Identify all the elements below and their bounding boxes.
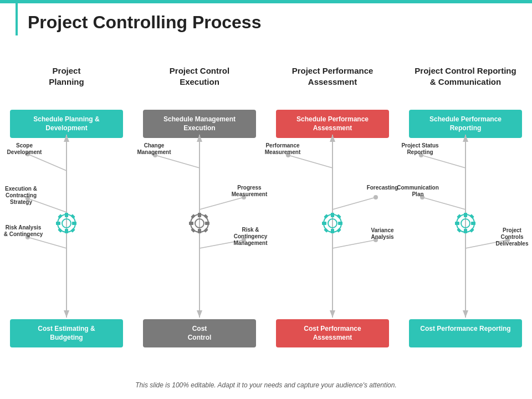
svg-text:Communication: Communication	[397, 185, 439, 191]
page-title: Project Controlling Process	[28, 12, 261, 33]
svg-rect-75	[469, 228, 474, 232]
svg-rect-25	[58, 228, 62, 232]
svg-point-47	[374, 195, 378, 200]
svg-text:Execution &: Execution &	[5, 186, 37, 192]
svg-text:Progress: Progress	[237, 185, 262, 191]
svg-rect-26	[70, 214, 75, 218]
svg-line-44	[288, 155, 332, 168]
bottom-box-4: Cost Performance Reporting	[409, 319, 522, 347]
svg-rect-72	[457, 214, 461, 218]
svg-marker-6	[330, 135, 335, 142]
svg-line-12	[28, 154, 66, 171]
svg-rect-42	[203, 214, 208, 218]
svg-rect-27	[70, 228, 75, 232]
svg-line-28	[155, 155, 200, 168]
svg-line-48	[332, 240, 376, 248]
svg-rect-53	[331, 229, 334, 233]
svg-rect-39	[205, 222, 209, 225]
svg-rect-43	[203, 228, 208, 232]
svg-text:Contracting: Contracting	[6, 192, 37, 198]
svg-text:Variance: Variance	[371, 227, 394, 233]
svg-text:Development: Development	[7, 149, 42, 155]
left-accent-line	[16, 3, 18, 35]
svg-line-30	[200, 197, 244, 209]
svg-line-60	[421, 155, 466, 168]
svg-text:Measurement: Measurement	[232, 191, 268, 197]
svg-text:& Contingency: & Contingency	[4, 231, 43, 237]
bottom-boxes: Cost Estimating &Budgeting CostControl C…	[0, 319, 532, 347]
svg-marker-8	[64, 310, 69, 318]
svg-line-14	[28, 198, 66, 212]
svg-marker-4	[64, 135, 69, 142]
col-header-1: ProjectPlanning	[0, 65, 133, 87]
svg-text:Deliverables: Deliverables	[496, 241, 529, 247]
svg-text:Forecasting: Forecasting	[367, 185, 398, 191]
svg-rect-56	[324, 214, 328, 218]
svg-marker-7	[463, 135, 468, 142]
svg-rect-74	[469, 214, 474, 218]
svg-line-62	[422, 197, 466, 209]
svg-rect-54	[322, 222, 326, 225]
svg-rect-38	[189, 222, 193, 225]
svg-rect-22	[56, 222, 60, 225]
svg-text:Strategy: Strategy	[10, 199, 32, 205]
svg-text:Measurement: Measurement	[265, 149, 301, 155]
svg-text:Plan: Plan	[412, 191, 423, 197]
svg-rect-36	[198, 213, 201, 217]
svg-text:Change: Change	[144, 142, 165, 149]
svg-rect-71	[471, 222, 475, 225]
svg-rect-58	[336, 214, 341, 218]
fishbone-diagram: Scope Development Execution & Contractin…	[0, 132, 532, 320]
svg-marker-10	[330, 310, 335, 318]
svg-marker-9	[197, 310, 202, 318]
svg-rect-40	[191, 214, 195, 218]
svg-rect-21	[65, 229, 68, 233]
svg-line-16	[28, 237, 66, 248]
svg-rect-52	[331, 213, 334, 217]
footer-text: This slide is 100% editable. Adapt it to…	[0, 381, 532, 389]
svg-marker-11	[463, 310, 468, 318]
svg-text:Reporting: Reporting	[407, 149, 433, 155]
svg-marker-5	[197, 135, 202, 142]
svg-text:Performance: Performance	[265, 142, 300, 149]
svg-text:Risk Analysis: Risk Analysis	[6, 224, 42, 231]
svg-text:Scope: Scope	[16, 142, 33, 149]
svg-rect-37	[198, 229, 201, 233]
top-accent-line	[0, 0, 532, 3]
svg-text:Controls: Controls	[500, 234, 524, 240]
svg-rect-57	[324, 228, 328, 232]
svg-rect-55	[338, 222, 342, 225]
svg-text:Project: Project	[503, 227, 522, 233]
svg-rect-20	[65, 213, 68, 217]
svg-text:Contingency: Contingency	[234, 233, 268, 239]
svg-rect-68	[464, 213, 467, 217]
svg-rect-24	[58, 214, 62, 218]
col-header-2: Project ControlExecution	[133, 65, 266, 87]
svg-rect-41	[191, 228, 195, 232]
slide: Project Controlling Process ProjectPlann…	[0, 0, 532, 399]
bottom-box-1: Cost Estimating &Budgeting	[10, 319, 123, 347]
svg-text:Project Status: Project Status	[401, 142, 439, 149]
svg-rect-59	[336, 228, 341, 232]
svg-text:Management: Management	[137, 149, 171, 155]
svg-text:Risk &: Risk &	[242, 227, 259, 233]
column-headers: ProjectPlanning Project ControlExecution…	[0, 65, 532, 87]
col-header-3: Project PerformanceAssessment	[266, 65, 399, 87]
svg-text:Management: Management	[233, 240, 268, 246]
svg-rect-69	[464, 229, 467, 233]
col-header-4: Project Control Reporting& Communication	[399, 65, 532, 87]
svg-rect-23	[72, 222, 76, 225]
svg-text:Analysis: Analysis	[371, 234, 394, 240]
bottom-box-3: Cost PerformanceAssessment	[276, 319, 389, 347]
bottom-box-2: CostControl	[143, 319, 256, 347]
svg-rect-70	[455, 222, 459, 225]
svg-rect-73	[457, 228, 461, 232]
svg-line-46	[332, 197, 376, 209]
